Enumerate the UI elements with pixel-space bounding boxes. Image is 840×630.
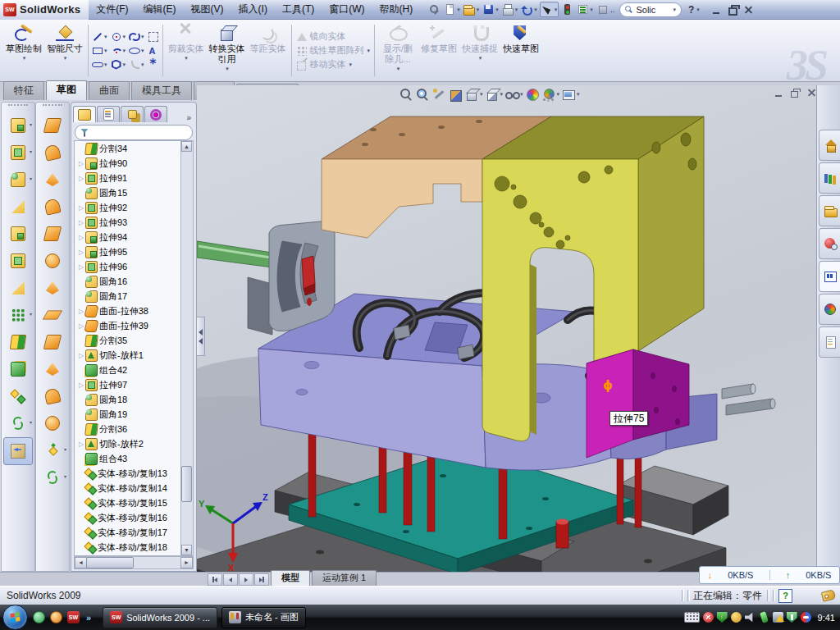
expand-arrow-icon[interactable]: ▷ <box>77 249 85 256</box>
dropdown-arrow-icon[interactable]: ▾ <box>515 7 518 13</box>
dropdown-arrow-icon[interactable]: ▾ <box>480 91 483 98</box>
expand-arrow-icon[interactable]: ▷ <box>77 234 85 241</box>
menu-视图[interactable]: 视图(V) <box>184 0 231 20</box>
dropdown-arrow-icon[interactable]: ▾ <box>479 55 482 62</box>
swept-surface-button[interactable] <box>39 167 66 193</box>
menu-帮助[interactable]: 帮助(H) <box>372 0 421 20</box>
lofted-surface-button[interactable] <box>39 194 66 220</box>
curves-button[interactable]: ▾ <box>4 410 32 436</box>
tree-item[interactable]: ▷切除-放样2 <box>75 436 181 451</box>
quick-tips-icon[interactable]: ? <box>778 589 792 603</box>
doc-close-button[interactable] <box>805 87 819 99</box>
expand-panel-icon[interactable]: » <box>183 113 194 122</box>
dropdown-arrow-icon[interactable]: ▾ <box>590 7 593 13</box>
tab-草图[interactable]: 草图 <box>46 80 87 100</box>
expand-arrow-icon[interactable]: ▷ <box>77 175 85 182</box>
sketch-tool-polygon[interactable]: ▾ <box>110 57 127 71</box>
start-button[interactable] <box>2 605 28 630</box>
reference-point-button[interactable]: ▾ <box>39 437 66 463</box>
dropdown-arrow-icon[interactable]: ▾ <box>226 66 229 72</box>
menu-工具[interactable]: 工具(T) <box>275 0 322 20</box>
tree-item[interactable]: 分割35 <box>75 333 181 348</box>
save-button[interactable]: ▾ <box>482 2 500 16</box>
cm-button-sketch[interactable]: 草图绘制▾ <box>3 21 44 80</box>
select-button[interactable]: ▾ <box>540 2 559 17</box>
dropdown-arrow-icon[interactable]: ▾ <box>185 55 188 62</box>
first-tab-button[interactable] <box>208 573 222 586</box>
restore-button[interactable] <box>725 3 740 16</box>
boundary-surface-button[interactable] <box>39 221 66 247</box>
dropdown-arrow-icon[interactable]: ▾ <box>30 148 32 154</box>
3d-model-exploded-view[interactable]: ϕ Y Z X <box>197 105 816 572</box>
featuremanager-design-tree-tab[interactable] <box>73 106 96 122</box>
cm-button-rapid-sketch[interactable]: 快速草图 <box>500 21 541 80</box>
media-player-icon[interactable] <box>50 611 62 623</box>
tree-item[interactable]: ▷拉伸90 <box>75 156 181 171</box>
tree-item[interactable]: ▷拉伸97 <box>75 377 181 392</box>
helix-curve-button[interactable]: ▾ <box>39 464 66 491</box>
radiate-surface-button[interactable] <box>39 356 66 382</box>
sketch-tool-selection-frame[interactable] <box>147 30 160 43</box>
view-orientation-button[interactable]: ▾ <box>464 87 484 103</box>
tree-item[interactable]: ▷拉伸91 <box>75 171 181 185</box>
tag-icon[interactable] <box>821 589 837 602</box>
dropdown-arrow-icon[interactable]: ▾ <box>555 7 558 13</box>
dropdown-arrow-icon[interactable]: ▾ <box>64 446 66 452</box>
scroll-down-icon[interactable]: ▼ <box>181 545 192 555</box>
dropdown-arrow-icon[interactable]: ▾ <box>23 55 26 62</box>
thicken-button[interactable] <box>39 410 66 436</box>
previous-tab-button[interactable] <box>223 573 238 586</box>
tab-曲面[interactable]: 曲面 <box>89 81 130 100</box>
last-tab-button[interactable] <box>254 573 269 586</box>
security-alert-icon[interactable] <box>703 612 714 623</box>
pin-button[interactable] <box>427 2 441 16</box>
magnified-selection-button[interactable] <box>431 87 447 103</box>
rib-button[interactable] <box>4 275 32 301</box>
appearances-scenes-tab[interactable] <box>819 294 840 325</box>
expand-arrow-icon[interactable]: ▷ <box>77 219 85 226</box>
instant3d-button[interactable] <box>3 437 33 465</box>
expand-arrow-icon[interactable]: ▷ <box>77 160 85 167</box>
tree-filter-input[interactable] <box>75 125 193 140</box>
dropdown-arrow-icon[interactable]: ▾ <box>534 7 537 13</box>
tree-item[interactable]: ▷拉伸95 <box>75 244 181 259</box>
sketch-tool-centerpoint-arc[interactable]: ▾ <box>110 43 127 57</box>
design-checker-button[interactable]: ▾ <box>576 2 594 16</box>
zoom-to-area-button[interactable] <box>415 87 431 103</box>
scroll-right-icon[interactable]: ► <box>180 557 193 568</box>
dropdown-arrow-icon[interactable]: ▾ <box>141 48 144 54</box>
freeform-surface-button[interactable] <box>39 275 66 301</box>
doc-tab-模型[interactable]: 模型 <box>271 570 310 586</box>
search-input[interactable] <box>636 5 672 15</box>
tree-item[interactable]: 圆角16 <box>75 274 181 289</box>
print-button[interactable]: ▾ <box>501 2 519 16</box>
dropdown-arrow-icon[interactable]: ▾ <box>123 62 126 68</box>
extruded-cut-button[interactable]: ▾ <box>4 139 32 166</box>
quick-launch-overflow[interactable]: » <box>86 613 91 623</box>
tree-item[interactable]: 组合43 <box>75 451 181 466</box>
sketch-tool-line[interactable]: ▾ <box>91 30 108 43</box>
dropdown-arrow-icon[interactable]: ▾ <box>520 91 523 98</box>
sketch-tool-slot[interactable]: ▾ <box>91 57 108 71</box>
doc-restore-button[interactable] <box>788 87 802 99</box>
expand-arrow-icon[interactable]: ▷ <box>77 263 85 271</box>
search-box[interactable]: ▾ <box>619 2 682 17</box>
linear-pattern-button[interactable]: ▾ <box>4 302 32 328</box>
minimize-button[interactable] <box>709 3 724 16</box>
overflow-button[interactable] <box>596 2 609 16</box>
tree-item[interactable]: 实体-移动/复制13 <box>75 466 181 481</box>
dropdown-arrow-icon[interactable]: ▾ <box>141 34 144 40</box>
traffic-light-button[interactable] <box>560 2 574 16</box>
sketch-tool-point[interactable] <box>147 57 160 71</box>
menu-插入[interactable]: 插入(I) <box>231 0 275 20</box>
dropdown-arrow-icon[interactable]: ▾ <box>123 48 126 54</box>
dropdown-arrow-icon[interactable]: ▾ <box>349 62 353 68</box>
toolbar-grip[interactable] <box>8 104 28 111</box>
dropdown-arrow-icon[interactable]: ▾ <box>30 311 32 317</box>
dropdown-arrow-icon[interactable]: ▾ <box>141 62 144 68</box>
undo-button[interactable]: ▾ <box>520 2 538 16</box>
tree-item[interactable]: 圆角15 <box>75 185 181 200</box>
dropdown-arrow-icon[interactable]: ▾ <box>557 91 560 98</box>
scroll-left-icon[interactable]: ◄ <box>75 557 87 568</box>
extruded-boss-button[interactable]: ▾ <box>4 112 32 139</box>
